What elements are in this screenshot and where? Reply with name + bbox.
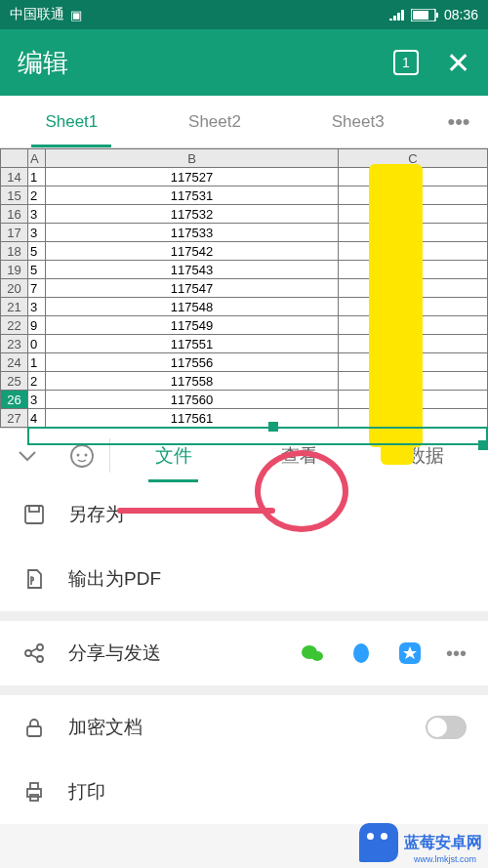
- star-share-icon[interactable]: [397, 641, 423, 666]
- svg-rect-15: [27, 726, 41, 736]
- row-header[interactable]: 16: [1, 205, 28, 224]
- svg-point-12: [311, 651, 323, 661]
- menu-export-pdf[interactable]: 输出为PDF: [0, 547, 488, 611]
- menu-encrypt[interactable]: 加密文档: [0, 695, 488, 760]
- menu-label: 输出为PDF: [68, 566, 467, 592]
- menu-label: 另存为: [68, 502, 467, 527]
- more-share-icon[interactable]: •••: [446, 642, 467, 665]
- yellow-highlight: [369, 164, 423, 447]
- svg-rect-6: [25, 506, 43, 523]
- cell[interactable]: 3: [28, 298, 46, 316]
- cell[interactable]: 0: [28, 335, 46, 353]
- tool-tab-file[interactable]: 文件: [110, 429, 236, 482]
- selection-handle[interactable]: [478, 440, 488, 450]
- cell[interactable]: 117548: [46, 298, 339, 316]
- row-header[interactable]: 21: [1, 298, 28, 316]
- yellow-highlight-tail: [381, 435, 414, 465]
- svg-rect-2: [436, 13, 438, 18]
- page-title: 编辑: [18, 46, 393, 80]
- encrypt-toggle[interactable]: [426, 716, 467, 739]
- menu-label: 打印: [68, 779, 467, 805]
- svg-point-13: [353, 643, 369, 663]
- menu-share[interactable]: 分享与发送 •••: [0, 621, 488, 685]
- signal-icon: [389, 9, 405, 21]
- file-menu: 另存为 输出为PDF 分享与发送: [0, 482, 488, 824]
- row-header[interactable]: 26: [1, 391, 28, 409]
- cell[interactable]: 3: [28, 224, 46, 242]
- cell[interactable]: 117551: [46, 335, 339, 353]
- cell[interactable]: 3: [28, 205, 46, 224]
- svg-point-4: [77, 453, 80, 456]
- row-header[interactable]: 19: [1, 261, 28, 279]
- carrier-label: 中国联通: [10, 6, 64, 23]
- cell[interactable]: 117533: [46, 224, 339, 242]
- cell[interactable]: 117543: [46, 261, 339, 279]
- cell[interactable]: 3: [28, 391, 46, 409]
- row-header[interactable]: 25: [1, 372, 28, 391]
- menu-print[interactable]: 打印: [0, 760, 488, 824]
- sheet-tab-1[interactable]: Sheet1: [0, 96, 143, 147]
- cell[interactable]: 117561: [46, 409, 339, 428]
- save-icon: [21, 503, 47, 526]
- row-header[interactable]: 14: [1, 168, 28, 186]
- sheet-tab-2[interactable]: Sheet2: [143, 96, 287, 147]
- watermark-icon: [359, 823, 398, 862]
- cell[interactable]: 9: [28, 316, 46, 335]
- cell[interactable]: 1: [28, 353, 46, 372]
- svg-point-9: [37, 644, 43, 650]
- svg-point-10: [37, 656, 43, 662]
- cell[interactable]: 5: [28, 242, 46, 261]
- cell[interactable]: 117531: [46, 186, 339, 205]
- row-header[interactable]: 23: [1, 335, 28, 353]
- cell[interactable]: 117560: [46, 391, 339, 409]
- svg-point-5: [85, 453, 88, 456]
- svg-rect-1: [413, 11, 428, 20]
- watermark-url: www.lmkjst.com: [414, 854, 476, 864]
- tool-tab-view[interactable]: 查看: [236, 429, 362, 482]
- qq-icon[interactable]: [348, 641, 374, 666]
- row-header[interactable]: 17: [1, 224, 28, 242]
- cell[interactable]: 117547: [46, 279, 339, 298]
- print-icon: [21, 780, 47, 804]
- col-header-a[interactable]: A: [28, 149, 46, 168]
- lock-icon: [21, 716, 47, 739]
- cell[interactable]: 117532: [46, 205, 339, 224]
- svg-point-3: [71, 445, 93, 467]
- row-header[interactable]: 27: [1, 409, 28, 428]
- row-header[interactable]: 18: [1, 242, 28, 261]
- cell[interactable]: 2: [28, 372, 46, 391]
- close-icon[interactable]: ✕: [446, 46, 470, 80]
- assistant-icon[interactable]: [55, 429, 109, 482]
- watermark-text: 蓝莓安卓网: [404, 833, 482, 853]
- menu-label: 分享与发送: [68, 641, 278, 666]
- cell[interactable]: 117556: [46, 353, 339, 372]
- row-header[interactable]: 15: [1, 186, 28, 205]
- cell[interactable]: 4: [28, 409, 46, 428]
- sheet-tab-3[interactable]: Sheet3: [286, 96, 429, 147]
- row-header[interactable]: 22: [1, 316, 28, 335]
- watermark: 蓝莓安卓网 www.lmkjst.com: [359, 823, 482, 862]
- sheet-more-button[interactable]: •••: [429, 96, 488, 147]
- cell[interactable]: 117549: [46, 316, 339, 335]
- cell[interactable]: 117542: [46, 242, 339, 261]
- menu-save-as[interactable]: 另存为: [0, 482, 488, 547]
- cell[interactable]: 1: [28, 168, 46, 186]
- cell[interactable]: 2: [28, 186, 46, 205]
- corner-cell[interactable]: [1, 149, 28, 168]
- tab-count-value: 1: [402, 55, 410, 70]
- cell[interactable]: 117558: [46, 372, 339, 391]
- clock-label: 08:36: [444, 7, 478, 22]
- cell[interactable]: 5: [28, 261, 46, 279]
- selection-handle[interactable]: [268, 422, 278, 432]
- row-header[interactable]: 24: [1, 353, 28, 372]
- cell[interactable]: 7: [28, 279, 46, 298]
- svg-point-8: [25, 650, 31, 656]
- sheet-tabs: Sheet1 Sheet2 Sheet3 •••: [0, 96, 488, 148]
- row-header[interactable]: 20: [1, 279, 28, 298]
- col-header-b[interactable]: B: [46, 149, 339, 168]
- cell[interactable]: 117527: [46, 168, 339, 186]
- tab-count-button[interactable]: 1: [393, 50, 419, 75]
- wechat-icon[interactable]: [300, 641, 325, 666]
- svg-rect-7: [29, 506, 39, 512]
- collapse-toolbar-button[interactable]: [0, 429, 55, 482]
